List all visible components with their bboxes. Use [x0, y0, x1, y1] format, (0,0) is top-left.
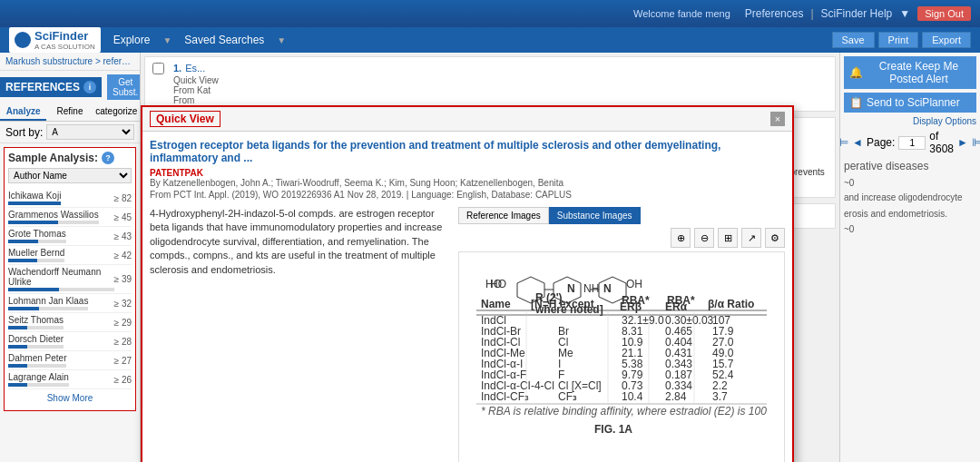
last-page-button[interactable]: ⊫ — [972, 136, 980, 149]
display-options-link[interactable]: Display Options — [844, 116, 976, 126]
page-number-input[interactable] — [898, 136, 926, 150]
sample-analysis-select[interactable]: Author Name — [8, 168, 132, 183]
author-name: Dahmen Peter — [8, 353, 66, 363]
expand-button[interactable]: ↗ — [741, 228, 761, 248]
print-button[interactable]: Print — [878, 32, 919, 48]
saved-searches-button[interactable]: Saved Searches — [175, 31, 273, 49]
quick-view-content: Estrogen receptor beta ligands for the p… — [142, 132, 792, 462]
preferences-link[interactable]: Preferences — [745, 7, 804, 20]
author-bar-bg — [8, 383, 69, 387]
zoom-in-button[interactable]: ⊕ — [671, 228, 691, 248]
author-name: Mueller Bernd — [8, 248, 64, 258]
author-bar-bg — [8, 221, 99, 224]
explore-button[interactable]: Explore — [104, 31, 160, 49]
author-count: ≥ 29 — [114, 318, 132, 328]
sort-label: Sort by: — [5, 126, 43, 139]
author-bar-bg — [8, 240, 66, 243]
author-bar-bg — [8, 307, 88, 310]
author-bar-bg — [8, 364, 66, 368]
fit-button[interactable]: ⊞ — [718, 228, 738, 248]
right-approx-2: ~0 — [844, 224, 976, 234]
quick-view-main-title: Estrogen receptor beta ligands for the p… — [150, 139, 785, 164]
info-icon[interactable]: i — [83, 81, 96, 93]
svg-text:10.4: 10.4 — [622, 390, 643, 403]
prev-page-button[interactable]: ◄ — [852, 136, 863, 149]
substance-images-tab[interactable]: Substance Images — [549, 207, 641, 224]
author-bar — [8, 383, 27, 387]
author-bar — [8, 221, 58, 224]
welcome-text: Welcome fande meng — [633, 8, 730, 19]
scifinder-help-link[interactable]: SciFinder Help — [821, 7, 893, 20]
quick-view-body: 4-Hydroxyphenyl-2H-indazol-5-ol compds. … — [150, 207, 785, 462]
logo-icon — [15, 32, 31, 48]
quick-view-titlebar: Quick View × — [142, 107, 792, 132]
author-count: ≥ 28 — [114, 337, 132, 347]
quick-view-meta: From PCT Int. Appl. (2019), WO 201922693… — [150, 190, 785, 200]
image-tabs: Reference Images Substance Images — [458, 207, 785, 224]
get-subst-button[interactable]: Get Subst. — [107, 74, 141, 100]
author-item: Seitz Thomas ≥ 29 — [8, 313, 132, 332]
settings-icon[interactable]: ⚙ — [765, 228, 785, 248]
logo-text: SciFinder — [34, 29, 95, 43]
right-endo-text: erosis and endometriosis. — [844, 208, 976, 221]
tab-categorize[interactable]: categorize — [93, 103, 140, 121]
author-item: Lagrange Alain ≥ 26 — [8, 370, 132, 389]
zoom-out-button[interactable]: ⊖ — [694, 228, 714, 248]
send-to-sciplanner-button[interactable]: 📋 Send to SciPlanner — [844, 93, 976, 113]
right-approx-1: ~0 — [844, 178, 976, 188]
tab-analyze[interactable]: Analyze — [0, 103, 46, 121]
author-bar — [8, 326, 27, 329]
ref-title-1[interactable]: Es... — [185, 63, 205, 74]
quick-view-authors: By Katzenellenbogen, John A.; Tiwari-Woo… — [150, 178, 785, 188]
author-bar-bg — [8, 345, 64, 349]
author-bar — [8, 202, 61, 205]
author-bar — [8, 307, 39, 310]
svg-text:N: N — [567, 282, 575, 295]
author-item: Grammenos Wassilios ≥ 45 — [8, 208, 132, 227]
author-bar — [8, 288, 59, 291]
svg-text:where noted]: where noted] — [534, 303, 603, 316]
reference-images-tab[interactable]: Reference Images — [458, 207, 549, 224]
svg-text:ERβ: ERβ — [620, 300, 642, 313]
show-more-button[interactable]: Show More — [8, 389, 132, 407]
ref-from-label-1: From — [173, 95, 219, 105]
sample-info-icon[interactable]: ? — [102, 152, 114, 164]
svg-text:IndCl-CF₃: IndCl-CF₃ — [481, 390, 529, 403]
author-bar-bg — [8, 259, 64, 262]
tab-refine[interactable]: Refine — [46, 103, 93, 121]
author-count: ≥ 27 — [114, 356, 132, 366]
secondary-bar: SciFinder A CAS SOLUTION Explore ▼ Saved… — [0, 27, 980, 53]
svg-text:N: N — [603, 282, 612, 295]
svg-text:2.84: 2.84 — [665, 390, 687, 403]
author-name: Grammenos Wassilios — [8, 210, 99, 220]
logo-sub: A CAS SOLUTION — [34, 43, 95, 51]
author-item: Lohmann Jan Klaas ≥ 32 — [8, 294, 132, 313]
author-bar — [8, 345, 27, 349]
author-item: Wachendorff Neumann Ulrike ≥ 39 — [8, 265, 132, 294]
ref-subtitle-1[interactable]: Quick View — [173, 75, 219, 85]
author-item: Dahmen Peter ≥ 27 — [8, 351, 132, 370]
substance-image-svg: HO HO — [467, 260, 776, 462]
author-count: ≥ 45 — [114, 212, 132, 222]
author-name: Dorsch Dieter — [8, 334, 64, 344]
substance-image-area: HO HO — [458, 251, 785, 462]
quick-view-close-button[interactable]: × — [770, 112, 785, 126]
svg-text:ERα: ERα — [665, 300, 688, 313]
author-item: Dorsch Dieter ≥ 28 — [8, 332, 132, 351]
sort-select[interactable]: A — [46, 124, 134, 140]
svg-text:CF₃: CF₃ — [558, 390, 577, 403]
next-page-button[interactable]: ► — [957, 136, 968, 149]
dropdown-icon[interactable]: ▼ — [899, 7, 910, 20]
ref-checkbox-1[interactable] — [152, 63, 164, 74]
svg-text:HO: HO — [490, 278, 506, 290]
export-button[interactable]: Export — [922, 32, 971, 48]
author-count: ≥ 39 — [114, 274, 132, 284]
author-bar-bg — [8, 202, 61, 205]
first-page-button[interactable]: ⊨ — [839, 136, 848, 149]
main-content: Markush substructure > references (721 R… — [0, 53, 980, 462]
author-count: ≥ 43 — [114, 231, 132, 241]
send-icon: 📋 — [849, 96, 863, 109]
create-keep-me-button[interactable]: 🔔 Create Keep Me Posted Alert — [844, 56, 976, 89]
save-button[interactable]: Save — [832, 32, 875, 48]
sign-out-button[interactable]: Sign Out — [917, 6, 971, 21]
